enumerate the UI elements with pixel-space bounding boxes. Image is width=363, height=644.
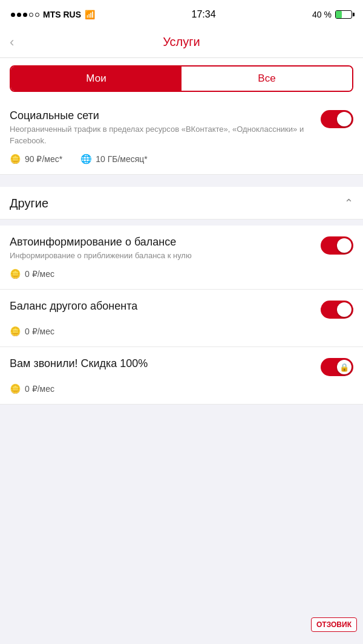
called-prices: 🪙 0 ₽/мес	[10, 383, 353, 394]
balance-price1-value: 0 ₽/мес	[25, 327, 54, 336]
tab-all[interactable]: Все	[182, 67, 352, 91]
section-header-other[interactable]: Другие ⌃	[0, 187, 363, 220]
called-price1: 🪙 0 ₽/мес	[10, 383, 54, 394]
segment-control: Мои Все	[10, 65, 353, 92]
toggle-track-balance	[321, 301, 353, 319]
service-header-social: Социальные сети Неограниченный трафик в …	[10, 109, 353, 146]
service-header-balance: Баланс другого абонента	[10, 299, 353, 319]
called-price-icon: 🪙	[10, 383, 21, 394]
autoinfo-prices: 🪙 0 ₽/мес	[10, 268, 353, 279]
balance-toggle[interactable]	[321, 301, 353, 319]
service-header-called: Вам звонили! Скидка 100% 🔒	[10, 357, 353, 376]
social-price2-value: 10 ГБ/месяц*	[96, 154, 148, 164]
service-text-called: Вам звонили! Скидка 100%	[10, 357, 148, 371]
toggle-thumb-balance	[337, 302, 352, 317]
battery-percent: 40 %	[312, 10, 332, 19]
wifi-icon: 📶	[85, 10, 95, 19]
service-title-social: Социальные сети Неограниченный трафик в …	[10, 109, 313, 146]
service-text-balance: Баланс другого абонента	[10, 299, 137, 313]
autoinfo-price1-value: 0 ₽/мес	[25, 269, 54, 279]
price-globe-icon: 🌐	[80, 154, 92, 164]
toggle-thumb-called: 🔒	[337, 360, 352, 374]
autoinfo-title: Автоинформирование о балансе	[10, 235, 192, 249]
social-description: Неограниченный трафик в пределах ресурсо…	[10, 124, 313, 146]
battery-fill	[336, 11, 342, 18]
called-title: Вам звонили! Скидка 100%	[10, 357, 148, 371]
balance-title: Баланс другого абонента	[10, 299, 137, 313]
nav-bar: ‹ Услуги	[0, 27, 363, 58]
autoinfo-price-icon: 🪙	[10, 268, 21, 279]
balance-price1: 🪙 0 ₽/мес	[10, 326, 54, 337]
social-toggle[interactable]	[321, 110, 353, 128]
balance-prices: 🪙 0 ₽/мес	[10, 326, 353, 337]
battery-icon	[335, 10, 352, 19]
toggle-track-called: 🔒	[321, 358, 353, 376]
price-coin-icon: 🪙	[10, 154, 21, 164]
dot5	[35, 13, 39, 17]
social-title: Социальные сети	[10, 109, 313, 123]
dot2	[17, 13, 21, 17]
balance-price-icon: 🪙	[10, 326, 21, 337]
toggle-track-autoinfo	[321, 236, 353, 255]
tab-my[interactable]: Мои	[11, 67, 182, 91]
dot1	[11, 13, 15, 17]
services-list: Социальные сети Неограниченный трафик в …	[0, 99, 363, 175]
social-price1: 🪙 90 ₽/мес*	[10, 154, 62, 164]
carrier-name: MTS RUS	[43, 10, 81, 19]
toggle-thumb-social	[337, 112, 352, 126]
autoinfo-description: Информирование о приближении баланса к н…	[10, 250, 192, 261]
service-item-called: Вам звонили! Скидка 100% 🔒 🪙 0 ₽/мес	[0, 347, 363, 405]
page-title: Услуги	[163, 35, 200, 49]
section-gap	[0, 175, 363, 187]
social-prices: 🪙 90 ₽/мес* 🌐 10 ГБ/месяц*	[10, 154, 353, 164]
autoinfo-toggle[interactable]	[321, 236, 353, 255]
toggle-thumb-autoinfo	[337, 238, 352, 253]
section-title-other: Другие	[10, 197, 48, 210]
signal-dots	[11, 13, 39, 17]
status-left: MTS RUS 📶	[11, 10, 95, 19]
status-time: 17:34	[192, 9, 216, 20]
status-right: 40 %	[312, 10, 352, 19]
other-services-list: Автоинформирование о балансе Информирова…	[0, 226, 363, 405]
social-price1-value: 90 ₽/мес*	[25, 154, 62, 164]
chevron-up-icon: ⌃	[344, 197, 353, 210]
small-gap	[0, 220, 363, 226]
back-button[interactable]: ‹	[10, 34, 14, 50]
autoinfo-price1: 🪙 0 ₽/мес	[10, 268, 54, 279]
service-header-autoinfo: Автоинформирование о балансе Информирова…	[10, 235, 353, 262]
watermark: ОТЗОВИК	[311, 617, 357, 632]
called-price1-value: 0 ₽/мес	[25, 384, 54, 394]
status-bar: MTS RUS 📶 17:34 40 %	[0, 0, 363, 27]
social-price2: 🌐 10 ГБ/месяц*	[80, 154, 148, 164]
segment-container: Мои Все	[0, 58, 363, 99]
dot3	[23, 13, 27, 17]
service-item-autoinfo: Автоинформирование о балансе Информирова…	[0, 226, 363, 290]
called-toggle[interactable]: 🔒	[321, 358, 353, 376]
service-item-social: Социальные сети Неограниченный трафик в …	[0, 99, 363, 175]
service-text-autoinfo: Автоинформирование о балансе Информирова…	[10, 235, 192, 262]
dot4	[29, 13, 33, 17]
service-item-balance: Баланс другого абонента 🪙 0 ₽/мес	[0, 290, 363, 347]
toggle-track-social	[321, 110, 353, 128]
